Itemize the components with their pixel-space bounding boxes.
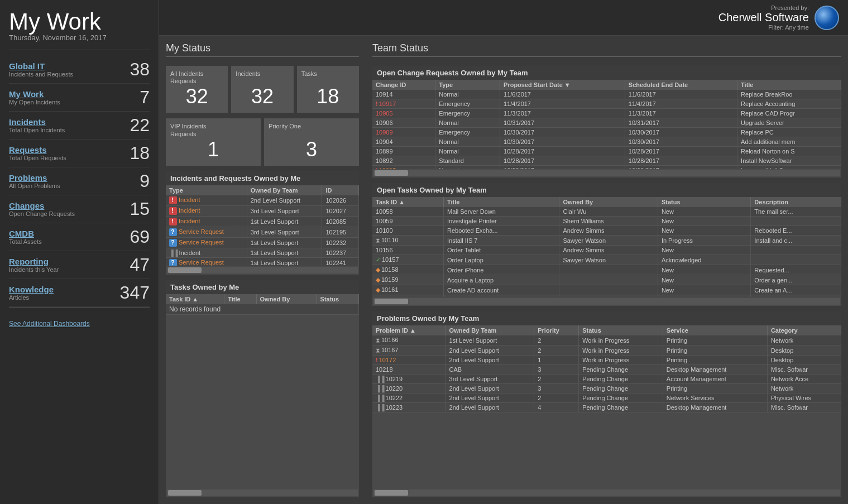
change-requests-scroll[interactable]: Change ID Type Proposed Start Date ▼ Sch… (372, 80, 841, 169)
cell-task-id[interactable]: ✓10157 (372, 255, 444, 265)
cell-change-id[interactable]: !10917 (372, 99, 435, 109)
tile-all-incidents[interactable]: All IncidentsRequests 32 (166, 66, 228, 113)
table-row[interactable]: 10059 Investigate Printer Sherri William… (372, 217, 841, 226)
cell-change-id[interactable]: 10914 (372, 90, 435, 99)
table-row[interactable]: 10156 Order Tablet Andrew Simms New (372, 246, 841, 255)
hourglass-icon: ⧗ (376, 237, 380, 243)
table-row[interactable]: Service Request 1st Level Support 102232 (166, 238, 359, 248)
additional-dashboards-link[interactable]: See Additional Dashboards (9, 320, 150, 328)
cell-problem-id[interactable]: ▐▐10220 (372, 384, 445, 393)
open-tasks-scroll[interactable]: Task ID ▲ Title Owned By Status Descript… (372, 197, 841, 297)
table-row[interactable]: ◆10159 Acquire a Laptop New Order a gen.… (372, 275, 841, 285)
cell-change-id[interactable]: 10899 (372, 147, 435, 156)
exclamation-icon: ! (376, 100, 378, 107)
table-row[interactable]: 10909 Emergency 10/30/2017 10/30/2017 Re… (372, 128, 841, 137)
tile-priority-one-value: 3 (269, 138, 354, 161)
nav-link-3[interactable]: Requests (9, 145, 66, 155)
nav-link-1[interactable]: My Work (9, 89, 60, 99)
cell-change-id[interactable]: 10904 (372, 137, 435, 147)
cell-change-id[interactable]: 10909 (372, 128, 435, 137)
cell-task-id[interactable]: ◆10163 (372, 295, 444, 297)
table-row[interactable]: ▐▐10219 3rd Level Support 2 Pending Chan… (372, 375, 841, 384)
table-row[interactable]: Incident 2nd Level Support 102026 (166, 195, 359, 206)
cell-problem-id[interactable]: ⧗10167 (372, 345, 445, 356)
cell-problem-priority: 2 (534, 375, 579, 384)
cell-change-type: Normal (435, 90, 500, 99)
problems-scrollbar[interactable] (373, 489, 840, 496)
incidents-scrollbar[interactable] (167, 267, 358, 273)
table-row[interactable]: ◆10163 Prep PC New Prepare a P... (372, 295, 841, 297)
cell-id[interactable]: 102027 (322, 205, 359, 216)
table-row[interactable]: !10917 Emergency 11/4/2017 11/4/2017 Rep… (372, 99, 841, 109)
table-row[interactable]: !10172 2nd Level Support 1 Work in Progr… (372, 356, 841, 365)
cell-problem-id[interactable]: ⧗10166 (372, 335, 445, 345)
change-requests-scrollbar[interactable] (373, 170, 840, 176)
nav-link-4[interactable]: Problems (9, 173, 60, 183)
table-row[interactable]: !10895 Normal 10/28/2017 10/28/2017 Incr… (372, 166, 841, 169)
cell-problem-id[interactable]: 10218 (372, 365, 445, 375)
cell-change-id[interactable]: 10892 (372, 156, 435, 166)
table-row[interactable]: 10100 Rebooted Excha... Andrew Simms New… (372, 226, 841, 236)
table-row[interactable]: ▐▐Incident 1st Level Support 102237 (166, 248, 359, 258)
nav-link-6[interactable]: CMDB (9, 229, 42, 238)
cell-id[interactable]: 102026 (322, 195, 359, 206)
cell-problem-id[interactable]: ▐▐10223 (372, 403, 445, 412)
cell-change-id[interactable]: 10905 (372, 109, 435, 118)
table-row[interactable]: 10906 Normal 10/31/2017 10/31/2017 Upgra… (372, 118, 841, 128)
incidents-owned-scroll[interactable]: Type Owned By Team ID Incident 2nd Level… (166, 185, 359, 266)
table-row[interactable]: 10218 CAB 3 Pending Change Desktop Manag… (372, 365, 841, 375)
table-row[interactable]: ▐▐10220 2nd Level Support 3 Pending Chan… (372, 384, 841, 393)
cell-id[interactable]: 102241 (322, 258, 359, 266)
table-row[interactable]: 10905 Emergency 11/3/2017 11/3/2017 Repl… (372, 109, 841, 118)
table-row[interactable]: 10899 Normal 10/28/2017 10/28/2017 Reloa… (372, 147, 841, 156)
cell-change-id[interactable]: !10895 (372, 166, 435, 169)
table-row[interactable]: ▐▐10222 2nd Level Support 2 Pending Chan… (372, 393, 841, 403)
tile-incidents[interactable]: Incidents 32 (231, 66, 293, 113)
table-row[interactable]: ◆10158 Order iPhone New Requested... (372, 265, 841, 275)
table-row[interactable]: 10904 Normal 10/30/2017 10/30/2017 Add a… (372, 137, 841, 147)
nav-link-0[interactable]: Global IT (9, 61, 73, 71)
cell-task-id[interactable]: ⧗10110 (372, 236, 444, 246)
table-row[interactable]: Service Request 3rd Level Support 102195 (166, 227, 359, 238)
cell-id[interactable]: 102195 (322, 227, 359, 238)
nav-link-5[interactable]: Changes (9, 201, 75, 210)
cell-task-id[interactable]: ◆10161 (372, 285, 444, 295)
nav-link-8[interactable]: Knowledge (9, 285, 54, 294)
table-row[interactable]: ⧗10166 1st Level Support 2 Work in Progr… (372, 335, 841, 345)
table-row[interactable]: ◆10161 Create AD account New Create an A… (372, 285, 841, 295)
cell-problem-id[interactable]: ▐▐10219 (372, 375, 445, 384)
table-row[interactable]: ▐▐10223 2nd Level Support 4 Pending Chan… (372, 403, 841, 412)
incidents-owned-table: Type Owned By Team ID Incident 2nd Level… (166, 185, 359, 266)
table-row[interactable]: 10058 Mail Server Down Clair Wu New The … (372, 207, 841, 217)
tile-vip[interactable]: VIP IncidentsRequests 1 (166, 118, 261, 165)
table-row[interactable]: ✓10157 Order Laptop Sawyer Watson Acknow… (372, 255, 841, 265)
cell-problem-id[interactable]: !10172 (372, 356, 445, 365)
cell-problem-id[interactable]: ▐▐10222 (372, 393, 445, 403)
table-row[interactable]: 10914 Normal 11/6/2017 11/6/2017 Replace… (372, 90, 841, 99)
table-row[interactable]: ⧗10110 Install IIS 7 Sawyer Watson In Pr… (372, 236, 841, 246)
cell-task-id[interactable]: 10058 (372, 207, 444, 217)
open-tasks-scrollbar[interactable] (373, 298, 840, 305)
cell-task-id[interactable]: 10100 (372, 226, 444, 236)
cell-change-id[interactable]: 10906 (372, 118, 435, 128)
cell-problem-service: Printing (663, 345, 767, 356)
cell-task-id[interactable]: 10156 (372, 246, 444, 255)
cell-task-id[interactable]: ◆10158 (372, 265, 444, 275)
tile-priority-one[interactable]: Priority One 3 (264, 118, 359, 165)
tasks-owned-scroll[interactable]: Task ID ▲ Title Owned By Status No recor… (166, 294, 359, 488)
cell-task-id[interactable]: ◆10159 (372, 275, 444, 285)
nav-link-2[interactable]: Incidents (9, 117, 65, 127)
table-row[interactable]: Incident 3rd Level Support 102027 (166, 205, 359, 216)
cell-id[interactable]: 102237 (322, 248, 359, 258)
cell-id[interactable]: 102232 (322, 238, 359, 248)
table-row[interactable]: Incident 1st Level Support 102085 (166, 216, 359, 227)
tile-tasks[interactable]: Tasks 18 (297, 66, 359, 113)
table-row[interactable]: 10892 Standard 10/28/2017 10/28/2017 Ins… (372, 156, 841, 166)
problems-scroll[interactable]: Problem ID ▲ Owned By Team Priority Stat… (372, 325, 841, 488)
table-row[interactable]: ⧗10167 2nd Level Support 2 Work in Progr… (372, 345, 841, 356)
nav-link-7[interactable]: Reporting (9, 257, 59, 266)
cell-id[interactable]: 102085 (322, 216, 359, 227)
tasks-scrollbar[interactable] (167, 489, 358, 496)
table-row[interactable]: Service Request 1st Level Support 102241 (166, 258, 359, 266)
cell-task-id[interactable]: 10059 (372, 217, 444, 226)
